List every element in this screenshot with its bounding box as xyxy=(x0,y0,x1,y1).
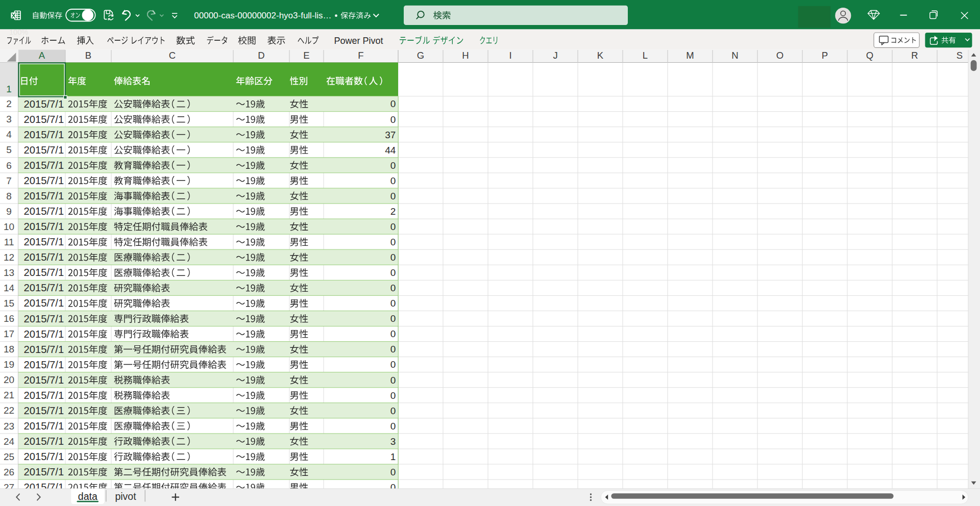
svg-text:D: D xyxy=(258,50,264,61)
svg-text:5: 5 xyxy=(6,144,12,155)
svg-text:6: 6 xyxy=(6,160,12,171)
svg-text:I: I xyxy=(509,50,511,61)
svg-text:3: 3 xyxy=(390,436,396,447)
svg-text:2: 2 xyxy=(390,206,396,217)
svg-text:2015/7/1: 2015/7/1 xyxy=(24,175,64,186)
svg-text:2015/7/1: 2015/7/1 xyxy=(24,344,64,355)
svg-text:1: 1 xyxy=(390,451,396,462)
svg-text:pivot: pivot xyxy=(115,491,136,502)
svg-text:R: R xyxy=(911,50,918,61)
svg-text:11: 11 xyxy=(4,237,14,247)
svg-text:7: 7 xyxy=(6,175,12,186)
svg-text:17: 17 xyxy=(4,328,14,339)
svg-text:2015/7/1: 2015/7/1 xyxy=(24,466,64,477)
svg-text:2015/7/1: 2015/7/1 xyxy=(24,221,64,232)
svg-text:J: J xyxy=(553,50,557,61)
svg-text:0: 0 xyxy=(390,344,396,355)
svg-text:0: 0 xyxy=(390,267,396,278)
svg-text:L: L xyxy=(643,50,648,61)
svg-text:2015/7/1: 2015/7/1 xyxy=(24,236,64,247)
svg-text:H: H xyxy=(462,50,469,61)
svg-text:2: 2 xyxy=(6,98,12,109)
svg-text:2015/7/1: 2015/7/1 xyxy=(24,374,64,386)
svg-text:2015/7/1: 2015/7/1 xyxy=(24,206,64,217)
svg-text:0: 0 xyxy=(390,98,396,109)
svg-text:23: 23 xyxy=(4,421,14,432)
svg-text:0: 0 xyxy=(390,191,396,201)
svg-text:0: 0 xyxy=(390,252,396,263)
svg-text:N: N xyxy=(731,50,738,61)
svg-text:00000-cas-00000002-hyo3-full-l: 00000-cas-00000002-hyo3-full-lis… xyxy=(194,11,331,20)
svg-text:2015/7/1: 2015/7/1 xyxy=(24,251,64,263)
svg-text:24: 24 xyxy=(4,436,15,447)
svg-text:21: 21 xyxy=(4,390,14,400)
svg-text:B: B xyxy=(85,50,91,61)
svg-text:25: 25 xyxy=(4,451,14,462)
svg-text:13: 13 xyxy=(4,267,14,278)
svg-text:26: 26 xyxy=(4,467,14,477)
svg-text:18: 18 xyxy=(4,344,14,355)
svg-text:K: K xyxy=(597,50,604,61)
svg-text:2015/7/1: 2015/7/1 xyxy=(24,297,64,309)
svg-text:0: 0 xyxy=(390,298,396,309)
svg-text:0: 0 xyxy=(390,467,396,477)
svg-text:8: 8 xyxy=(6,191,12,201)
svg-text:2015/7/1: 2015/7/1 xyxy=(24,282,64,293)
svg-text:2015/7/1: 2015/7/1 xyxy=(24,451,64,462)
svg-text:Power Pivot: Power Pivot xyxy=(334,36,383,46)
svg-text:A: A xyxy=(39,50,45,61)
svg-text:data: data xyxy=(78,491,97,502)
svg-text:0: 0 xyxy=(390,406,396,416)
svg-text:0: 0 xyxy=(390,328,396,339)
svg-text:0: 0 xyxy=(390,114,396,125)
svg-text:1: 1 xyxy=(6,84,12,94)
svg-text:9: 9 xyxy=(6,206,12,217)
svg-text:3: 3 xyxy=(6,114,12,124)
svg-text:2015/7/1: 2015/7/1 xyxy=(24,160,64,171)
svg-text:2015/7/1: 2015/7/1 xyxy=(24,98,64,110)
svg-text:Q: Q xyxy=(866,50,873,61)
svg-text:2015/7/1: 2015/7/1 xyxy=(24,129,64,140)
svg-text:2015/7/1: 2015/7/1 xyxy=(24,328,64,340)
svg-text:20: 20 xyxy=(4,374,14,385)
svg-text:12: 12 xyxy=(4,252,14,263)
svg-text:2015/7/1: 2015/7/1 xyxy=(24,267,64,278)
svg-text:0: 0 xyxy=(390,160,396,171)
svg-text:0: 0 xyxy=(390,375,396,386)
svg-text:19: 19 xyxy=(4,359,14,370)
svg-text:2015/7/1: 2015/7/1 xyxy=(24,390,64,401)
svg-text:M: M xyxy=(686,50,694,61)
svg-text:2015/7/1: 2015/7/1 xyxy=(24,313,64,324)
svg-text:0: 0 xyxy=(390,359,396,370)
svg-text:14: 14 xyxy=(4,283,15,293)
svg-text:2015/7/1: 2015/7/1 xyxy=(24,436,64,447)
svg-text:2015/7/1: 2015/7/1 xyxy=(24,114,64,125)
svg-text:C: C xyxy=(169,50,176,61)
svg-text:2015/7/1: 2015/7/1 xyxy=(24,190,64,201)
svg-text:F: F xyxy=(358,50,363,61)
svg-text:0: 0 xyxy=(390,313,396,324)
svg-text:15: 15 xyxy=(4,298,14,309)
svg-text:44: 44 xyxy=(385,145,396,156)
svg-text:E: E xyxy=(303,50,309,61)
svg-text:2015/7/1: 2015/7/1 xyxy=(24,359,64,370)
svg-text:O: O xyxy=(776,50,783,61)
svg-text:2015/7/1: 2015/7/1 xyxy=(24,144,64,156)
svg-text:0: 0 xyxy=(390,221,396,232)
svg-text:10: 10 xyxy=(4,221,14,232)
svg-text:37: 37 xyxy=(385,130,396,140)
svg-text:2015/7/1: 2015/7/1 xyxy=(24,405,64,416)
svg-text:2015/7/1: 2015/7/1 xyxy=(24,420,64,432)
svg-text:0: 0 xyxy=(390,175,396,186)
svg-text:100%: 100% xyxy=(9,28,28,36)
svg-text:G: G xyxy=(417,50,424,61)
svg-text:0: 0 xyxy=(390,237,396,247)
svg-text:0: 0 xyxy=(390,390,396,401)
svg-text:S: S xyxy=(957,50,963,61)
svg-text:22: 22 xyxy=(4,405,14,416)
svg-text:P: P xyxy=(822,50,828,61)
svg-text:0: 0 xyxy=(390,283,396,293)
svg-text:16: 16 xyxy=(4,313,14,324)
svg-text:0: 0 xyxy=(390,421,396,432)
svg-text:4: 4 xyxy=(6,129,12,140)
